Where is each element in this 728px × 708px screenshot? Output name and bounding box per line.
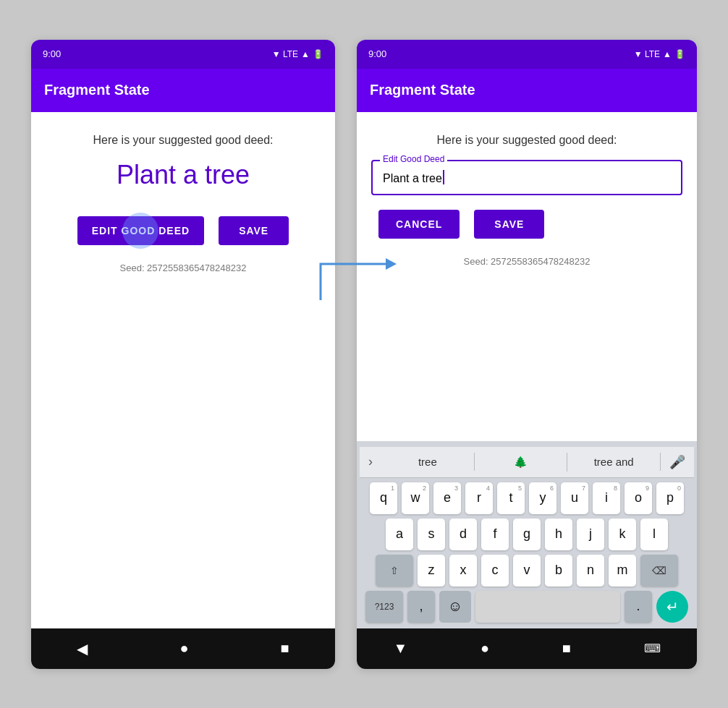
suggestion-tree-emoji[interactable]: 🌲 (475, 453, 568, 472)
key-a[interactable]: a (386, 519, 413, 550)
home-icon-right[interactable]: ● (481, 640, 489, 657)
status-icons-left: ▼ LTE ▲ 🔋 (272, 49, 323, 59)
svg-marker-0 (386, 258, 397, 270)
app-title-left: Fragment State (44, 82, 150, 98)
key-d[interactable]: d (449, 519, 477, 550)
nav-bar-right: ▼ ● ■ ⌨ (357, 628, 697, 669)
key-f[interactable]: f (481, 519, 509, 550)
keyboard-bottom-row: ?123 , ☺ . ↵ (360, 591, 694, 623)
key-h[interactable]: h (545, 519, 572, 550)
key-period[interactable]: . (625, 591, 652, 623)
app-bar-left: Fragment State (31, 69, 335, 112)
key-l[interactable]: l (640, 519, 668, 550)
seed-text-left: Seed: 2572558365478248232 (120, 263, 247, 273)
nav-bar-left: ◀ ● ■ (31, 628, 335, 669)
key-shift[interactable]: ⇧ (376, 555, 413, 587)
status-icons-right: ▼ LTE ▲ 🔋 (634, 49, 685, 59)
key-q[interactable]: 1q (370, 482, 397, 514)
ripple (122, 213, 158, 249)
suggestions-expand-icon[interactable]: › (360, 454, 381, 469)
signal-icon-left: ▼ LTE (272, 49, 298, 59)
key-z[interactable]: z (418, 555, 445, 587)
key-m[interactable]: m (609, 555, 636, 587)
keyboard-row-3: ⇧ z x c v b n m ⌫ (360, 555, 694, 587)
key-comma[interactable]: , (407, 591, 435, 623)
key-y[interactable]: 6y (529, 482, 556, 514)
status-bar-right: 9:00 ▼ LTE ▲ 🔋 (357, 40, 697, 69)
right-phone: 9:00 ▼ LTE ▲ 🔋 Fragment State Here is yo… (357, 40, 697, 669)
key-x[interactable]: x (449, 555, 477, 587)
buttons-row-left: EDIT GOOD DEED SAVE (77, 216, 289, 245)
recents-icon-right[interactable]: ■ (562, 640, 571, 657)
back-icon-right[interactable]: ▼ (393, 640, 407, 657)
status-time-left: 9:00 (43, 48, 61, 59)
battery-icon-right: 🔋 (674, 49, 685, 59)
key-enter[interactable]: ↵ (656, 591, 688, 623)
key-o[interactable]: 9o (625, 482, 652, 514)
buttons-row-right: CANCEL SAVE (371, 210, 682, 239)
key-c[interactable]: c (481, 555, 509, 587)
recents-icon-left[interactable]: ■ (280, 640, 289, 657)
suggestion-tree-and[interactable]: tree and (567, 453, 661, 471)
content-right: Here is your suggested good deed: Edit G… (357, 112, 697, 441)
status-time-right: 9:00 (368, 48, 386, 59)
key-n[interactable]: n (577, 555, 604, 587)
edit-good-deed-button[interactable]: EDIT GOOD DEED (77, 216, 204, 245)
keyboard: › tree 🌲 tree and 🎤 1q 2w 3e 4r 5t 6y 7u… (357, 441, 697, 628)
save-button-left[interactable]: SAVE (219, 216, 289, 245)
arrow-connector (313, 249, 407, 310)
cancel-button[interactable]: CANCEL (378, 210, 460, 239)
field-label: Edit Good Deed (380, 154, 447, 164)
key-b[interactable]: b (545, 555, 572, 587)
battery-icon-left: 🔋 (313, 49, 323, 59)
home-icon-left[interactable]: ● (179, 640, 188, 657)
key-g[interactable]: g (513, 519, 541, 550)
key-u[interactable]: 7u (561, 482, 588, 514)
status-bar-left: 9:00 ▼ LTE ▲ 🔋 (31, 40, 335, 69)
back-icon-left[interactable]: ◀ (77, 640, 88, 657)
app-bar-right: Fragment State (357, 69, 697, 112)
key-s[interactable]: s (418, 519, 445, 550)
suggestion-tree[interactable]: tree (381, 453, 475, 471)
suggested-label-left: Here is your suggested good deed: (93, 134, 273, 147)
save-button-right[interactable]: SAVE (474, 210, 544, 239)
left-phone: 9:00 ▼ LTE ▲ 🔋 Fragment State Here is yo… (31, 40, 335, 669)
key-e[interactable]: 3e (433, 482, 461, 514)
key-w[interactable]: 2w (402, 482, 429, 514)
key-v[interactable]: v (513, 555, 541, 587)
text-cursor (443, 170, 444, 184)
keyboard-row-2: a s d f g h j k l (360, 519, 694, 550)
key-p[interactable]: 0p (656, 482, 684, 514)
key-backspace[interactable]: ⌫ (640, 555, 678, 587)
content-left: Here is your suggested good deed: Plant … (31, 112, 335, 628)
keyboard-row-1: 1q 2w 3e 4r 5t 6y 7u 8i 9o 0p (360, 482, 694, 514)
key-k[interactable]: k (609, 519, 636, 550)
app-title-right: Fragment State (370, 82, 475, 98)
key-j[interactable]: j (577, 519, 604, 550)
key-i[interactable]: 8i (593, 482, 620, 514)
edit-good-deed-field[interactable]: Edit Good Deed Plant a tree (371, 160, 682, 195)
field-value[interactable]: Plant a tree (383, 170, 671, 185)
suggested-label-right: Here is your suggested good deed: (436, 134, 617, 147)
signal-bars-left: ▲ (301, 49, 310, 59)
keyboard-icon-right[interactable]: ⌨ (644, 641, 661, 655)
key-emoji[interactable]: ☺ (439, 591, 471, 623)
signal-icon-right: ▼ LTE (634, 49, 660, 59)
mic-icon[interactable]: 🎤 (661, 454, 694, 470)
keyboard-suggestions: › tree 🌲 tree and 🎤 (360, 447, 694, 478)
key-r[interactable]: 4r (465, 482, 493, 514)
key-space[interactable] (475, 591, 620, 623)
seed-text-right: Seed: 2572558365478248232 (464, 256, 591, 267)
deed-text-left: Plant a tree (117, 160, 250, 190)
signal-bars-right: ▲ (663, 49, 672, 59)
key-numbers[interactable]: ?123 (365, 591, 403, 623)
key-t[interactable]: 5t (497, 482, 525, 514)
